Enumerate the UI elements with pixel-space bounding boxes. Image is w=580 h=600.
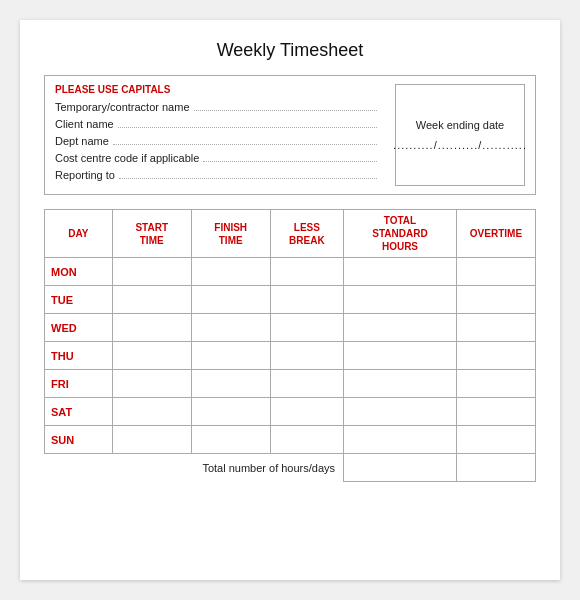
table-row: SAT (45, 398, 536, 426)
data-cell[interactable] (270, 314, 343, 342)
data-cell[interactable] (112, 286, 191, 314)
day-cell: TUE (45, 286, 113, 314)
field-temp-label: Temporary/contractor name (55, 101, 190, 113)
timesheet-table: DAY STARTTIME FINISHTIME LESSBREAK TOTAL… (44, 209, 536, 482)
data-cell[interactable] (456, 342, 535, 370)
data-cell[interactable] (456, 286, 535, 314)
field-reporting-dots (119, 178, 377, 179)
data-cell[interactable] (270, 258, 343, 286)
day-cell: SUN (45, 426, 113, 454)
data-cell[interactable] (344, 426, 457, 454)
data-cell[interactable] (344, 398, 457, 426)
data-cell[interactable] (456, 370, 535, 398)
data-cell[interactable] (112, 258, 191, 286)
page-container: Weekly Timesheet PLEASE USE CAPITALS Tem… (20, 20, 560, 580)
data-cell[interactable] (270, 370, 343, 398)
week-ending-box: Week ending date ........../........../.… (395, 84, 525, 186)
field-reporting: Reporting to (55, 169, 381, 181)
data-cell[interactable] (344, 342, 457, 370)
data-cell[interactable] (344, 286, 457, 314)
data-cell[interactable] (344, 258, 457, 286)
data-cell[interactable] (191, 314, 270, 342)
day-cell: MON (45, 258, 113, 286)
data-cell[interactable] (344, 314, 457, 342)
info-box: PLEASE USE CAPITALS Temporary/contractor… (44, 75, 536, 195)
day-cell: THU (45, 342, 113, 370)
data-cell[interactable] (112, 342, 191, 370)
data-cell[interactable] (191, 286, 270, 314)
info-fields: PLEASE USE CAPITALS Temporary/contractor… (55, 84, 381, 186)
data-cell[interactable] (112, 314, 191, 342)
day-cell: FRI (45, 370, 113, 398)
day-cell: SAT (45, 398, 113, 426)
table-row: WED (45, 314, 536, 342)
data-cell[interactable] (344, 370, 457, 398)
footer-label: Total number of hours/days (45, 454, 344, 482)
col-header-finish: FINISHTIME (191, 210, 270, 258)
field-client-label: Client name (55, 118, 114, 130)
week-ending-label: Week ending date (416, 119, 504, 131)
table-row: FRI (45, 370, 536, 398)
table-row: MON (45, 258, 536, 286)
data-cell[interactable] (191, 370, 270, 398)
data-cell[interactable] (112, 370, 191, 398)
field-client: Client name (55, 118, 381, 130)
field-dept-label: Dept name (55, 135, 109, 147)
data-cell[interactable] (191, 258, 270, 286)
day-cell: WED (45, 314, 113, 342)
field-cost-label: Cost centre code if applicable (55, 152, 199, 164)
col-header-day: DAY (45, 210, 113, 258)
footer-overtime-cell[interactable] (456, 454, 535, 482)
col-header-start: STARTTIME (112, 210, 191, 258)
data-cell[interactable] (456, 426, 535, 454)
field-dept-dots (113, 144, 377, 145)
data-cell[interactable] (112, 398, 191, 426)
field-client-dots (118, 127, 377, 128)
data-cell[interactable] (270, 286, 343, 314)
data-cell[interactable] (270, 398, 343, 426)
page-title: Weekly Timesheet (44, 40, 536, 61)
week-ending-date: ........../........../........... (393, 139, 527, 151)
data-cell[interactable] (191, 426, 270, 454)
info-header: PLEASE USE CAPITALS (55, 84, 381, 95)
col-header-total: TOTALSTANDARDHOURS (344, 210, 457, 258)
field-reporting-label: Reporting to (55, 169, 115, 181)
data-cell[interactable] (270, 426, 343, 454)
table-row: THU (45, 342, 536, 370)
field-temp-dots (194, 110, 378, 111)
field-cost: Cost centre code if applicable (55, 152, 381, 164)
field-temp: Temporary/contractor name (55, 101, 381, 113)
field-cost-dots (203, 161, 377, 162)
data-cell[interactable] (456, 258, 535, 286)
field-dept: Dept name (55, 135, 381, 147)
table-row: TUE (45, 286, 536, 314)
data-cell[interactable] (191, 342, 270, 370)
data-cell[interactable] (270, 342, 343, 370)
table-header-row: DAY STARTTIME FINISHTIME LESSBREAK TOTAL… (45, 210, 536, 258)
data-cell[interactable] (456, 398, 535, 426)
data-cell[interactable] (456, 314, 535, 342)
col-header-less: LESSBREAK (270, 210, 343, 258)
table-row: SUN (45, 426, 536, 454)
data-cell[interactable] (191, 398, 270, 426)
footer-row: Total number of hours/days (45, 454, 536, 482)
col-header-overtime: OVERTIME (456, 210, 535, 258)
data-cell[interactable] (112, 426, 191, 454)
footer-total-cell[interactable] (344, 454, 457, 482)
